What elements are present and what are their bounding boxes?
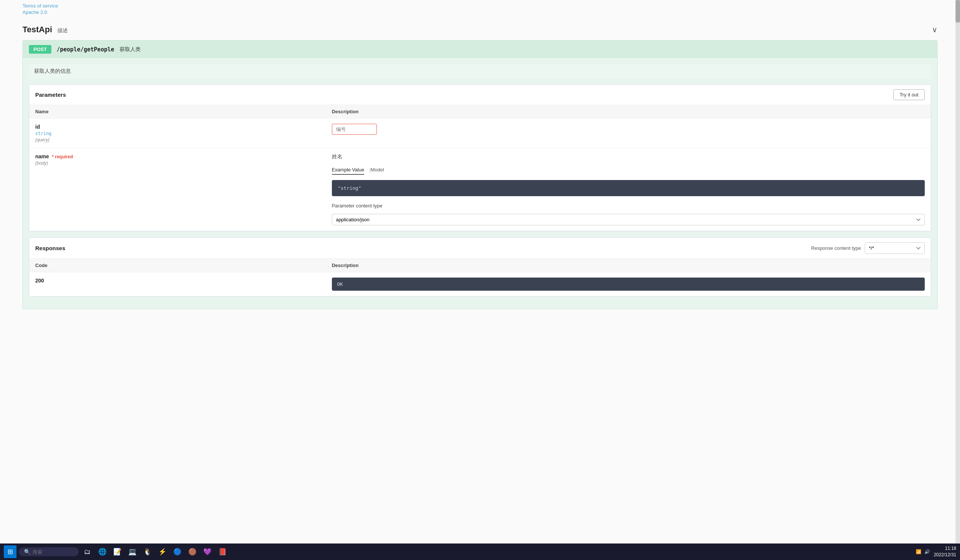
response-col-code: Code: [35, 262, 332, 268]
taskbar-system-icons: 📶 🔊: [916, 549, 930, 554]
taskbar-app-terminal[interactable]: 💻: [126, 546, 139, 558]
responses-header: Responses Response content type */*: [29, 238, 931, 259]
content-type-select[interactable]: application/json: [332, 214, 925, 226]
taskbar-app-penguin[interactable]: 🐧: [141, 546, 154, 558]
response-ok-text: OK: [337, 281, 343, 287]
network-icon: 📶: [916, 549, 922, 554]
model-tab[interactable]: Model: [371, 165, 384, 175]
responses-title: Responses: [35, 245, 65, 251]
param-id-name: id: [35, 124, 332, 130]
endpoint-body: 获取人类的信息 Parameters Try it out Name Descr…: [23, 58, 937, 309]
params-table-header: Name Description: [29, 105, 931, 118]
example-value-tab[interactable]: Example Value: [332, 165, 364, 175]
taskbar-left: ⊞ 🔍 🗂 🌐 📝 💻 🐧 ⚡ 🔵 🟤 💜 📕: [4, 546, 229, 558]
start-button[interactable]: ⊞: [4, 546, 16, 558]
taskbar-app-files[interactable]: 🗂: [81, 546, 94, 558]
params-col-description: Description: [332, 109, 925, 114]
responses-section: Responses Response content type */* Code…: [29, 237, 931, 297]
taskbar-app-purple[interactable]: 💜: [201, 546, 214, 558]
taskbar-search-input[interactable]: [33, 549, 70, 555]
param-name-header: name * required: [35, 154, 332, 159]
taskbar-app-brown[interactable]: 🟤: [186, 546, 199, 558]
taskbar: ⊞ 🔍 🗂 🌐 📝 💻 🐧 ⚡ 🔵 🟤 💜 📕 📶 🔊 11:18 2022/1…: [0, 544, 960, 560]
table-row: 200 OK: [29, 272, 931, 296]
search-icon: 🔍: [24, 549, 30, 555]
param-required-badge: * required: [52, 154, 73, 159]
terms-of-service-link[interactable]: Terms of service: [22, 3, 938, 9]
taskbar-app-edge[interactable]: 🌐: [96, 546, 109, 558]
params-col-name: Name: [35, 109, 332, 114]
response-table-header: Code Description: [29, 259, 931, 272]
api-description: 描述: [58, 27, 68, 34]
endpoint-header[interactable]: POST /people/getPeople 获取人类: [23, 40, 937, 58]
taskbar-app-lightning[interactable]: ⚡: [156, 546, 169, 558]
apache-link[interactable]: Apache 2.0: [22, 10, 938, 15]
param-name-label: name: [35, 154, 49, 159]
table-row: name * required (body) 姓名 Example Value …: [29, 148, 931, 231]
endpoint-container: POST /people/getPeople 获取人类 获取人类的信息 Para…: [22, 40, 938, 309]
content-type-label: Parameter content type: [332, 203, 925, 208]
param-id-location: (query): [35, 137, 332, 142]
taskbar-app-icons: 🗂 🌐 📝 💻 🐧 ⚡ 🔵 🟤 💜 📕: [81, 546, 229, 558]
taskbar-date-value: 2022/12/31: [934, 552, 956, 558]
response-code-cell: 200: [35, 278, 332, 283]
taskbar-time-value: 11:18: [934, 546, 956, 552]
parameters-title: Parameters: [35, 91, 66, 98]
taskbar-app-book[interactable]: 📕: [216, 546, 229, 558]
scrollbar[interactable]: [955, 0, 960, 544]
try-it-out-button[interactable]: Try it out: [893, 89, 925, 100]
response-desc-block: OK: [332, 278, 925, 291]
param-name-desc-col: 姓名 Example Value | Model "string" Parame…: [332, 154, 925, 226]
param-id-desc-col: [332, 124, 925, 134]
response-desc-cell: OK: [332, 278, 925, 291]
response-content-type-label: Response content type: [811, 245, 861, 251]
param-name-location: (body): [35, 160, 332, 166]
main-content: Terms of service Apache 2.0 TestApi 描述 ∨…: [0, 0, 960, 544]
taskbar-right: 📶 🔊 11:18 2022/12/31: [916, 546, 956, 558]
endpoint-description: 获取人类的信息: [29, 64, 931, 78]
api-heading: TestApi 描述: [22, 25, 68, 35]
taskbar-search-box[interactable]: 🔍: [19, 547, 79, 556]
example-value-tabs: Example Value | Model: [332, 165, 925, 175]
param-id-type: string: [35, 131, 332, 136]
taskbar-clock: 11:18 2022/12/31: [934, 546, 956, 558]
parameters-header: Parameters Try it out: [29, 85, 931, 105]
parameters-section: Parameters Try it out Name Description i…: [29, 85, 931, 231]
scroll-thumb[interactable]: [955, 0, 960, 22]
method-badge: POST: [29, 45, 51, 54]
response-code: 200: [35, 278, 44, 283]
taskbar-app-notepad[interactable]: 📝: [111, 546, 124, 558]
endpoint-summary: 获取人类: [120, 46, 141, 53]
table-row: id string (query): [29, 118, 931, 148]
response-content-type-wrapper: Response content type */*: [811, 242, 925, 254]
param-name-name-col: name * required (body): [35, 154, 332, 166]
api-title: TestApi: [22, 25, 52, 34]
api-title-section: TestApi 描述 ∨: [22, 17, 938, 40]
volume-icon: 🔊: [924, 549, 930, 554]
param-id-input[interactable]: [332, 124, 377, 134]
response-content-type-select[interactable]: */*: [865, 242, 925, 254]
param-name-description: 姓名: [332, 154, 925, 160]
api-collapse-icon[interactable]: ∨: [932, 25, 938, 34]
response-col-description: Description: [332, 262, 925, 268]
param-id-name-col: id string (query): [35, 124, 332, 142]
taskbar-app-blue[interactable]: 🔵: [171, 546, 184, 558]
code-block: "string": [332, 180, 925, 196]
links-section: Terms of service Apache 2.0: [22, 0, 938, 17]
endpoint-path: /people/getPeople: [57, 46, 114, 53]
